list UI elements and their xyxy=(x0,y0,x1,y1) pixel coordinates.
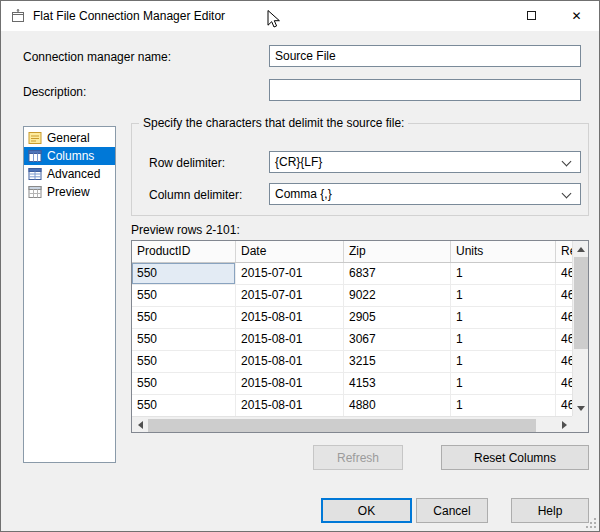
table-cell[interactable]: 46 xyxy=(556,329,572,351)
table-cell[interactable]: 1 xyxy=(451,263,556,285)
table-row: 550 2015-08-01 4153 1 46 xyxy=(132,373,572,395)
table-cell[interactable]: 4880 xyxy=(344,395,451,416)
table-cell[interactable]: 3215 xyxy=(344,351,451,373)
table-cell[interactable]: 1 xyxy=(451,373,556,395)
cancel-button[interactable]: Cancel xyxy=(416,498,488,523)
table-cell[interactable]: 2015-08-01 xyxy=(236,307,344,329)
window-icon xyxy=(10,8,26,24)
description-label: Description: xyxy=(23,85,86,99)
sidebar-item-label: Advanced xyxy=(47,167,100,181)
column-header[interactable]: Zip xyxy=(344,241,451,262)
titlebar[interactable]: Flat File Connection Manager Editor ✕ xyxy=(1,1,599,31)
table-cell[interactable]: 2015-08-01 xyxy=(236,329,344,351)
table-cell[interactable]: 550 xyxy=(132,307,236,329)
table-row: 550 2015-08-01 3067 1 46 xyxy=(132,329,572,351)
dialog-window: Flat File Connection Manager Editor ✕ Co… xyxy=(0,0,600,532)
table-cell[interactable]: 46 xyxy=(556,285,572,307)
chevron-down-icon xyxy=(562,190,571,199)
table-cell[interactable]: 9022 xyxy=(344,285,451,307)
column-delimiter-value: Comma {,} xyxy=(275,187,332,201)
table-cell[interactable]: 2015-08-01 xyxy=(236,351,344,373)
table-cell[interactable]: 2015-07-01 xyxy=(236,263,344,285)
row-delimiter-value: {CR}{LF} xyxy=(275,155,322,169)
table-cell[interactable]: 1 xyxy=(451,285,556,307)
table-cell[interactable]: 1 xyxy=(451,307,556,329)
table-row: 550 2015-08-01 3215 1 46 xyxy=(132,351,572,373)
preview-grid: ProductID Date Zip Units Re 550 2015-07-… xyxy=(131,240,589,433)
table-cell[interactable]: 4153 xyxy=(344,373,451,395)
horizontal-scroll-thumb[interactable] xyxy=(148,419,536,432)
sidebar-item-general[interactable]: General xyxy=(24,129,115,147)
table-cell[interactable]: 550 xyxy=(132,395,236,416)
preview-caption: Preview rows 2-101: xyxy=(131,223,240,237)
columns-icon xyxy=(27,148,43,164)
maximize-icon xyxy=(527,11,536,20)
preview-icon xyxy=(27,184,43,200)
table-cell[interactable]: 550 xyxy=(132,285,236,307)
table-cell[interactable]: 550 xyxy=(132,263,236,285)
row-delimiter-combobox[interactable]: {CR}{LF} xyxy=(269,151,581,173)
connection-manager-name-label: Connection manager name: xyxy=(23,50,171,64)
triangle-right-icon xyxy=(562,421,567,429)
table-cell[interactable]: 2015-08-01 xyxy=(236,395,344,416)
column-header[interactable]: Units xyxy=(451,241,556,262)
table-row: 550 2015-08-01 4880 1 46 xyxy=(132,395,572,416)
vertical-scroll-thumb[interactable] xyxy=(574,257,588,349)
sidebar-item-advanced[interactable]: Advanced xyxy=(24,165,115,183)
close-button[interactable]: ✕ xyxy=(554,1,599,30)
ok-button[interactable]: OK xyxy=(321,498,412,523)
table-row: 550 2015-07-01 6837 1 46 xyxy=(132,263,572,285)
scrollbar-corner xyxy=(572,416,588,432)
refresh-button[interactable]: Refresh xyxy=(313,445,403,470)
table-cell[interactable]: 550 xyxy=(132,351,236,373)
table-cell[interactable]: 2905 xyxy=(344,307,451,329)
table-cell[interactable]: 46 xyxy=(556,263,572,285)
table-cell[interactable]: 6837 xyxy=(344,263,451,285)
table-cell[interactable]: 3067 xyxy=(344,329,451,351)
table-cell[interactable]: 46 xyxy=(556,395,572,416)
sidebar-item-label: Columns xyxy=(47,149,94,163)
help-button[interactable]: Help xyxy=(511,498,589,523)
triangle-left-icon xyxy=(138,421,143,429)
maximize-button[interactable] xyxy=(509,1,554,30)
grid-viewport: ProductID Date Zip Units Re 550 2015-07-… xyxy=(132,241,572,416)
table-cell[interactable]: 2015-08-01 xyxy=(236,373,344,395)
general-icon xyxy=(27,130,43,146)
resize-grip[interactable] xyxy=(585,517,597,529)
scroll-up-button[interactable] xyxy=(573,241,589,257)
row-delimiter-label: Row delimiter: xyxy=(149,156,225,170)
close-icon: ✕ xyxy=(571,10,581,22)
description-input[interactable] xyxy=(269,79,581,101)
table-cell[interactable]: 46 xyxy=(556,351,572,373)
column-header[interactable]: Date xyxy=(236,241,344,262)
triangle-down-icon xyxy=(577,406,585,411)
connection-manager-name-input[interactable] xyxy=(269,45,581,67)
window-controls: ✕ xyxy=(509,1,599,30)
column-header[interactable]: ProductID xyxy=(132,241,236,262)
vertical-scrollbar[interactable] xyxy=(572,241,588,416)
table-cell[interactable]: 1 xyxy=(451,351,556,373)
scroll-left-button[interactable] xyxy=(132,417,148,433)
scroll-right-button[interactable] xyxy=(556,417,572,433)
sidebar-item-columns[interactable]: Columns xyxy=(24,147,115,165)
grid-header-row: ProductID Date Zip Units Re xyxy=(132,241,572,263)
delimiter-group-title: Specify the characters that delimit the … xyxy=(139,116,408,130)
sidebar-item-preview[interactable]: Preview xyxy=(24,183,115,201)
table-cell[interactable]: 1 xyxy=(451,395,556,416)
sidebar-item-label: General xyxy=(47,131,90,145)
column-delimiter-combobox[interactable]: Comma {,} xyxy=(269,183,581,205)
chevron-down-icon xyxy=(562,158,571,167)
table-cell[interactable]: 550 xyxy=(132,373,236,395)
table-cell[interactable]: 46 xyxy=(556,307,572,329)
scroll-down-button[interactable] xyxy=(573,400,589,416)
table-cell[interactable]: 1 xyxy=(451,329,556,351)
table-cell[interactable]: 46 xyxy=(556,373,572,395)
advanced-icon xyxy=(27,166,43,182)
table-cell[interactable]: 2015-07-01 xyxy=(236,285,344,307)
reset-columns-button[interactable]: Reset Columns xyxy=(441,445,589,470)
horizontal-scrollbar[interactable] xyxy=(132,416,572,432)
table-row: 550 2015-07-01 9022 1 46 xyxy=(132,285,572,307)
sidebar-item-label: Preview xyxy=(47,185,90,199)
column-header[interactable]: Re xyxy=(556,241,572,262)
table-cell[interactable]: 550 xyxy=(132,329,236,351)
